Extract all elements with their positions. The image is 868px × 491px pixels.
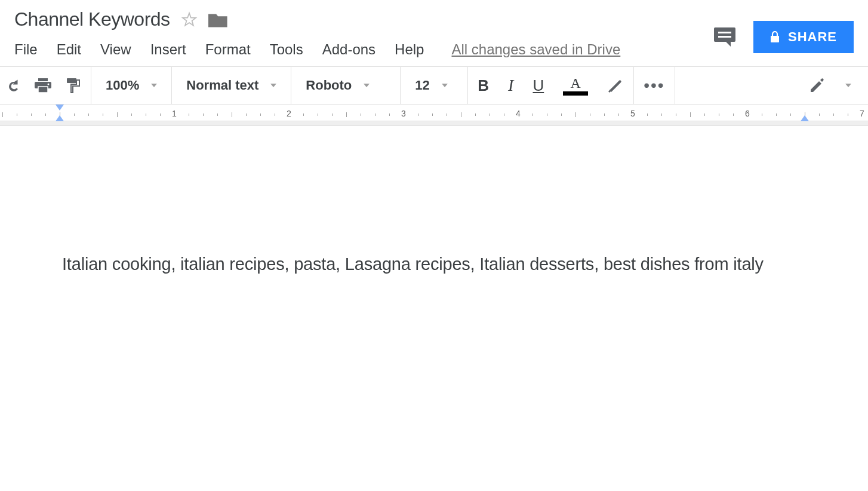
underline-button[interactable]: U (533, 76, 544, 95)
menu-addons[interactable]: Add-ons (322, 41, 375, 58)
lock-icon (770, 31, 780, 43)
menu-tools[interactable]: Tools (270, 41, 303, 58)
chevron-down-icon[interactable] (845, 84, 851, 87)
font-value: Roboto (306, 78, 352, 93)
zoom-value: 100% (106, 78, 139, 93)
chevron-down-icon (270, 84, 276, 87)
zoom-dropdown[interactable]: 100% (101, 78, 162, 93)
menu-view[interactable]: View (100, 41, 131, 58)
star-icon[interactable] (181, 11, 198, 28)
edit-mode-button[interactable] (809, 78, 825, 93)
svg-rect-0 (718, 32, 731, 33)
chevron-down-icon (364, 84, 370, 87)
share-label: SHARE (788, 29, 837, 45)
font-size-value: 12 (415, 78, 429, 93)
svg-point-6 (48, 84, 50, 85)
share-button[interactable]: SHARE (753, 21, 854, 53)
folder-icon[interactable] (208, 12, 227, 27)
menu-insert[interactable]: Insert (150, 41, 186, 58)
document-title[interactable]: Channel Keywords (14, 8, 170, 30)
menu-help[interactable]: Help (395, 41, 424, 58)
style-value: Normal text (186, 78, 258, 93)
svg-rect-2 (771, 36, 779, 42)
bold-button[interactable]: B (478, 76, 489, 95)
font-dropdown[interactable]: Roboto (301, 78, 390, 93)
ruler-shadow (0, 121, 868, 126)
highlight-button[interactable] (607, 78, 624, 93)
svg-rect-5 (38, 87, 48, 93)
document-body-text[interactable]: Italian cooking, italian recipes, pasta,… (62, 251, 808, 278)
save-status[interactable]: All changes saved in Drive (451, 41, 620, 58)
menu-file[interactable]: File (14, 41, 38, 58)
svg-rect-3 (38, 78, 48, 81)
text-color-glyph: A (571, 76, 581, 90)
chevron-down-icon (442, 84, 448, 87)
ruler[interactable]: 1234567 (0, 105, 868, 121)
redo-button[interactable] (6, 79, 20, 91)
print-button[interactable] (35, 78, 51, 93)
svg-rect-1 (718, 36, 731, 38)
font-size-dropdown[interactable]: 12 (410, 78, 458, 93)
svg-rect-7 (67, 78, 76, 83)
more-button[interactable]: ••• (644, 76, 664, 95)
text-color-button[interactable]: A (563, 76, 588, 96)
style-dropdown[interactable]: Normal text (181, 78, 281, 93)
toolbar: 100% Normal text Roboto 12 B I U A (0, 66, 868, 105)
text-color-bar (563, 91, 588, 96)
italic-button[interactable]: I (508, 76, 513, 95)
chevron-down-icon (151, 84, 157, 87)
document-page[interactable]: Italian cooking, italian recipes, pasta,… (0, 126, 868, 278)
comments-icon[interactable] (713, 26, 737, 48)
menu-format[interactable]: Format (205, 41, 251, 58)
menu-edit[interactable]: Edit (57, 41, 81, 58)
paint-format-button[interactable] (66, 78, 81, 93)
